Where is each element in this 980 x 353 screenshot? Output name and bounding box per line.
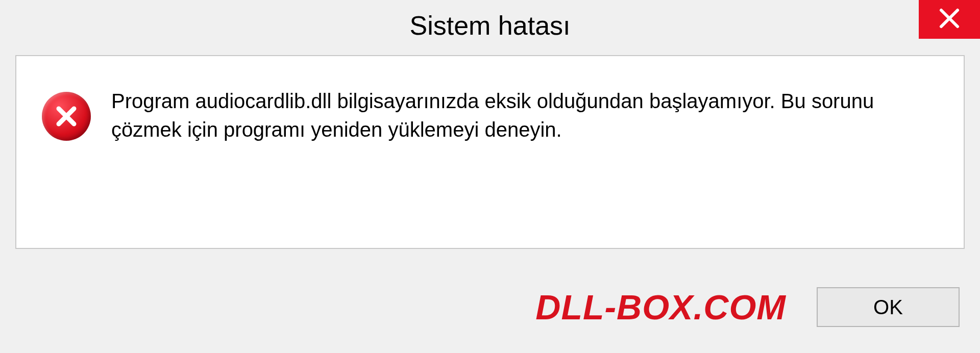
dialog-title: Sistem hatası <box>409 10 570 41</box>
dialog-footer: DLL-BOX.COM OK <box>0 261 980 353</box>
watermark-text: DLL-BOX.COM <box>535 287 786 327</box>
content-panel: Program audiocardlib.dll bilgisayarınızd… <box>15 55 965 249</box>
error-message: Program audiocardlib.dll bilgisayarınızd… <box>111 87 938 144</box>
close-button[interactable] <box>919 0 980 39</box>
ok-button[interactable]: OK <box>817 287 960 327</box>
error-icon <box>42 92 91 141</box>
close-icon <box>938 7 961 32</box>
title-bar: Sistem hatası <box>0 0 980 51</box>
